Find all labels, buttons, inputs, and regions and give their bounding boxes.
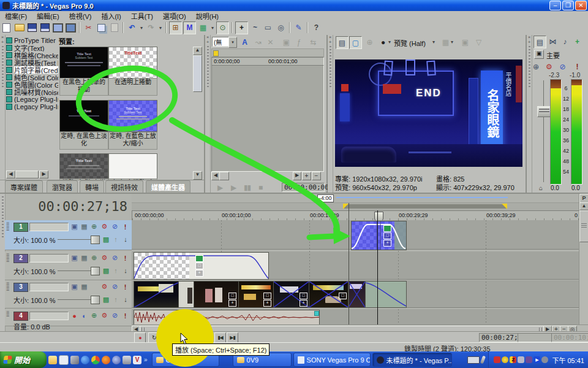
list-scroll-left-icon[interactable]: ◀ — [6, 171, 15, 178]
pen-tray-icon[interactable] — [480, 356, 486, 364]
minimize-button[interactable]: – — [549, 1, 561, 10]
automation-icon[interactable]: ▩ — [102, 295, 110, 304]
tray-volume-icon[interactable] — [541, 356, 548, 363]
preview-quality-label[interactable]: 預覽 (Half) — [394, 38, 426, 48]
trimmer-marker-bar[interactable] — [211, 48, 324, 57]
timeline-current-time[interactable]: 00:00:27;18 — [18, 199, 127, 214]
track-fx-icon[interactable]: ⚙ — [100, 222, 109, 231]
trimmer-fx-icon[interactable]: ƒ — [293, 36, 304, 48]
bus-mute-icon[interactable]: ⊘ — [557, 61, 568, 72]
generated-media-icon[interactable] — [383, 225, 391, 232]
trimmer-scroll-left-icon[interactable]: ◀ — [211, 172, 220, 180]
level-slider-handle[interactable] — [91, 296, 100, 304]
ql-camera-icon[interactable] — [123, 356, 131, 364]
track-number-chip[interactable]: 1 — [13, 223, 28, 232]
lock-envelopes-icon[interactable]: ⊙ — [216, 21, 229, 34]
trimmer-zoom-in-icon[interactable]: + — [302, 172, 311, 180]
solo-icon[interactable]: ! — [121, 222, 130, 231]
whats-this-help-icon[interactable]: ? — [311, 22, 322, 34]
track-header-2[interactable]: ≡≡≡ 2 ▣ ▦ ⊕ ⚙ ⊘ ! 大小: 100.0 % ▩ ↑ ↓ — [5, 251, 132, 280]
menu-edit[interactable]: 編輯(E) — [32, 11, 64, 21]
overlays-dropdown-icon[interactable]: ▾ — [450, 36, 454, 48]
generator-item[interactable]: 色階圖(Color Gra — [6, 81, 58, 88]
tab-transitions[interactable]: 轉場 — [80, 180, 104, 193]
track-number-chip[interactable]: 3 — [13, 283, 28, 292]
event-crop-icon[interactable]: □ — [339, 293, 347, 299]
menu-file[interactable]: 檔案(F) — [0, 11, 32, 21]
make-child-icon[interactable]: ↓ — [121, 295, 130, 304]
publish-icon[interactable] — [65, 22, 77, 34]
automation-icon[interactable]: ▩ — [102, 235, 110, 243]
bypass-motion-blur-icon[interactable] — [89, 282, 99, 291]
tab-media-generators[interactable]: 媒體產生器 — [146, 180, 190, 193]
clock[interactable]: 下午 05:41 — [552, 355, 584, 365]
menu-insert[interactable]: 插入(I) — [96, 11, 126, 21]
play-from-start-button[interactable]: ▶ — [162, 332, 173, 343]
menu-view[interactable]: 檢視(V) — [64, 11, 97, 21]
tray-smiley-icon[interactable] — [502, 356, 508, 363]
envelope-edit-tool-icon[interactable]: ~ — [249, 22, 261, 34]
trimmer-inout-icon[interactable]: ⇆ — [307, 36, 319, 48]
trimmer-remove-icon[interactable]: ✕ — [265, 36, 276, 48]
menu-options[interactable]: 選項(O) — [158, 11, 191, 21]
generated-media-icon[interactable] — [195, 255, 203, 262]
copy-frame-icon[interactable]: ▣ — [459, 36, 471, 48]
list-scrollbar-thumb[interactable] — [15, 171, 39, 178]
selection-start-display[interactable] — [518, 333, 554, 342]
video-event[interactable] — [134, 281, 179, 308]
track-number-chip[interactable]: 2 — [13, 254, 28, 263]
list-scroll-right-icon[interactable]: ▶ — [39, 171, 48, 178]
tray-flag-icon[interactable] — [494, 356, 500, 363]
vscroll-up-icon[interactable]: ▲ — [579, 202, 588, 210]
auto-ripple-dropdown-icon[interactable]: ▾ — [210, 22, 215, 34]
level-slider-handle[interactable] — [91, 267, 100, 275]
generator-item[interactable]: 純色(Solid Color — [6, 74, 58, 81]
video-event[interactable] — [348, 281, 366, 308]
generator-item-selected[interactable]: 片頭字幕(Credit — [6, 66, 58, 74]
event-crop-icon[interactable]: □ — [383, 232, 391, 239]
trimmer-pause-icon[interactable]: ▮▮ — [241, 182, 253, 193]
dock-grip[interactable]: × + — [205, 35, 211, 193]
trimmer-combo-dropdown-icon[interactable]: ▾ — [228, 37, 237, 48]
menu-tools[interactable]: 工具(T) — [126, 11, 158, 21]
track-header-4[interactable]: ≡≡ 4 ● ◐ ⊕ ⚙ ⊘ ! 音量: 0.0 dB — [5, 309, 132, 326]
event-pan-icon[interactable]: + — [195, 270, 203, 277]
trimmer-stop-icon[interactable]: ■ — [255, 182, 266, 193]
track-header-1[interactable]: ≡≡≡ 1 ▣ ▦ ⊕ ⚙ ⊘ ! 大小: 100.0 % ▩ ↑ ↓ — [5, 220, 132, 250]
marker-time-label[interactable]: -4:00 — [317, 194, 334, 202]
track-name-input[interactable] — [29, 283, 69, 291]
go-to-start-button[interactable]: ▮◀ — [214, 332, 226, 343]
cursor-time-display[interactable]: 00:00:27;18 — [479, 333, 521, 342]
bus-fx-icon[interactable]: ⚙ — [543, 61, 555, 72]
make-child-icon[interactable]: ↓ — [121, 235, 130, 243]
auto-ripple-icon[interactable]: ▦ — [197, 22, 209, 34]
master-fader-handle[interactable] — [537, 106, 551, 117]
trimmer-play-icon[interactable]: ▶ — [228, 182, 239, 193]
loop-region[interactable] — [344, 204, 507, 209]
tray-purple-icon[interactable] — [526, 356, 532, 363]
maximize-button[interactable]: ❐ — [562, 1, 574, 10]
trimmer-wand-icon[interactable]: ↝ — [252, 36, 264, 48]
make-child-icon[interactable]: ↓ — [121, 266, 130, 275]
trimmer-zoom-out-icon[interactable]: − — [312, 172, 321, 180]
generator-item[interactable]: (Legacy Plug-In — [6, 96, 58, 103]
track-name-input[interactable] — [29, 254, 69, 263]
playhead-line[interactable] — [377, 210, 378, 324]
video-event[interactable]: □+ — [194, 281, 239, 308]
loop-playback-button[interactable]: ↻ — [148, 332, 160, 343]
save-icon[interactable] — [26, 22, 38, 34]
track-number-chip[interactable]: 4 — [13, 312, 28, 321]
trimmer-media-combo[interactable]: (無 — [212, 37, 230, 47]
solo-icon[interactable]: ! — [121, 282, 130, 291]
project-video-properties-icon[interactable]: ▤ — [336, 36, 349, 49]
mixer-plugin-icon[interactable]: + — [571, 36, 583, 47]
generator-item[interactable]: ProType Titler — [6, 37, 58, 44]
mute-icon[interactable]: ⊘ — [110, 222, 119, 231]
trimmer-av-icon[interactable]: A — [239, 36, 251, 48]
dock-pin-icon[interactable]: + — [205, 40, 210, 45]
event-pan-icon[interactable]: + — [263, 300, 271, 307]
envelope-icon[interactable]: ⊕ — [89, 311, 99, 320]
preset-label[interactable]: 定時, 在藍色上放大/縮小 — [108, 132, 157, 150]
event-crop-icon[interactable]: □ — [228, 293, 236, 299]
compositing-mode-icon[interactable]: ▦ — [80, 222, 89, 231]
